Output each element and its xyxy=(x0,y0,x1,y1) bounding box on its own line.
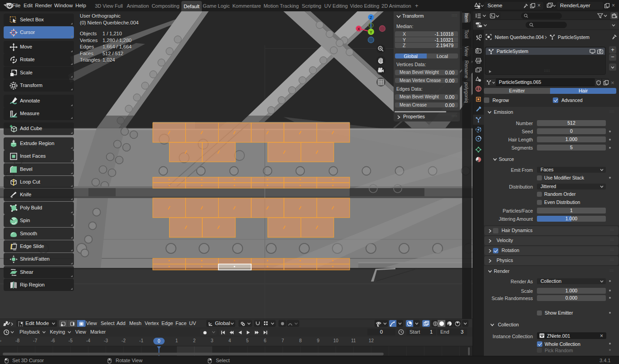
svg-text:Z: Z xyxy=(370,15,372,20)
svg-text:Y: Y xyxy=(370,30,372,34)
svg-text:X: X xyxy=(357,27,360,31)
